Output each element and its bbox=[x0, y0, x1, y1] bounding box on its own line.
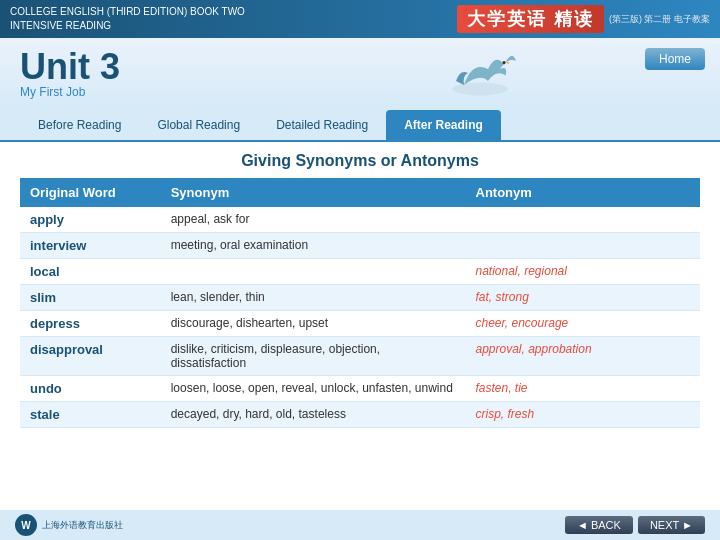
table-row: applyappeal, ask for bbox=[20, 207, 700, 233]
antonym-cell: fat, strong bbox=[466, 285, 701, 311]
antonym-cell bbox=[466, 233, 701, 259]
nav-buttons: ◄ BACK NEXT ► bbox=[565, 516, 705, 534]
antonym-cell bbox=[466, 207, 701, 233]
unit-number: Unit 3 bbox=[20, 49, 120, 85]
col-header-synonym: Synonym bbox=[161, 178, 466, 207]
word-cell: interview bbox=[20, 233, 161, 259]
word-cell: undo bbox=[20, 376, 161, 402]
publisher-logo: W 上海外语教育出版社 bbox=[15, 514, 123, 536]
table-row: interviewmeeting, oral examination bbox=[20, 233, 700, 259]
header-top: COLLEGE ENGLISH (THIRD EDITION) BOOK TWO… bbox=[0, 0, 720, 38]
header-top-left: COLLEGE ENGLISH (THIRD EDITION) BOOK TWO… bbox=[10, 5, 245, 33]
vocab-table: Original Word Synonym Antonym applyappea… bbox=[20, 178, 700, 428]
table-row: undoloosen, loose, open, reveal, unlock,… bbox=[20, 376, 700, 402]
antonym-cell: cheer, encourage bbox=[466, 311, 701, 337]
brand-logo: 大学英语 精读 bbox=[457, 5, 604, 33]
unit-text: Unit 3 My First Job bbox=[20, 49, 120, 99]
tab-after-reading[interactable]: After Reading bbox=[386, 110, 501, 140]
tab-global-reading[interactable]: Global Reading bbox=[139, 110, 258, 140]
home-button[interactable]: Home bbox=[645, 48, 705, 70]
main-content: Giving Synonyms or Antonyms Original Wor… bbox=[0, 142, 720, 438]
table-row: disapprovaldislike, criticism, displeasu… bbox=[20, 337, 700, 376]
unit-subtitle: My First Job bbox=[20, 85, 120, 99]
bottom-bar: W 上海外语教育出版社 ◄ BACK NEXT ► bbox=[0, 510, 720, 540]
antonym-cell: national, regional bbox=[466, 259, 701, 285]
table-row: depressdiscourage, dishearten, upsetchee… bbox=[20, 311, 700, 337]
word-cell: depress bbox=[20, 311, 161, 337]
synonym-cell: appeal, ask for bbox=[161, 207, 466, 233]
col-header-antonym: Antonym bbox=[466, 178, 701, 207]
word-cell: stale bbox=[20, 402, 161, 428]
nav-tabs: Before Reading Global Reading Detailed R… bbox=[0, 110, 720, 142]
antonym-cell: approval, approbation bbox=[466, 337, 701, 376]
unit-section: Unit 3 My First Job Home bbox=[0, 38, 720, 110]
table-row: localnational, regional bbox=[20, 259, 700, 285]
antonym-cell: crisp, fresh bbox=[466, 402, 701, 428]
header-line2: INTENSIVE READING bbox=[10, 19, 245, 33]
synonym-cell: loosen, loose, open, reveal, unlock, unf… bbox=[161, 376, 466, 402]
brand-sub: (第三版) 第二册 电子教案 bbox=[609, 13, 710, 26]
tab-detailed-reading[interactable]: Detailed Reading bbox=[258, 110, 386, 140]
publisher-name: 上海外语教育出版社 bbox=[42, 519, 123, 532]
tab-before-reading[interactable]: Before Reading bbox=[20, 110, 139, 140]
section-title: Giving Synonyms or Antonyms bbox=[20, 152, 700, 170]
word-cell: slim bbox=[20, 285, 161, 311]
synonym-cell bbox=[161, 259, 466, 285]
antonym-cell: fasten, tie bbox=[466, 376, 701, 402]
bird-decoration bbox=[440, 43, 520, 103]
svg-point-1 bbox=[502, 61, 505, 64]
header-line1: COLLEGE ENGLISH (THIRD EDITION) BOOK TWO bbox=[10, 5, 245, 19]
synonym-cell: dislike, criticism, displeasure, objecti… bbox=[161, 337, 466, 376]
synonym-cell: discourage, dishearten, upset bbox=[161, 311, 466, 337]
col-header-word: Original Word bbox=[20, 178, 161, 207]
next-button[interactable]: NEXT ► bbox=[638, 516, 705, 534]
svg-point-0 bbox=[452, 83, 508, 96]
back-button[interactable]: ◄ BACK bbox=[565, 516, 633, 534]
word-cell: apply bbox=[20, 207, 161, 233]
table-row: staledecayed, dry, hard, old, tastelessc… bbox=[20, 402, 700, 428]
header-top-right: 大学英语 精读 (第三版) 第二册 电子教案 bbox=[457, 5, 710, 33]
table-row: slimlean, slender, thinfat, strong bbox=[20, 285, 700, 311]
word-cell: local bbox=[20, 259, 161, 285]
word-cell: disapproval bbox=[20, 337, 161, 376]
synonym-cell: decayed, dry, hard, old, tasteless bbox=[161, 402, 466, 428]
synonym-cell: lean, slender, thin bbox=[161, 285, 466, 311]
publisher-icon: W bbox=[15, 514, 37, 536]
synonym-cell: meeting, oral examination bbox=[161, 233, 466, 259]
